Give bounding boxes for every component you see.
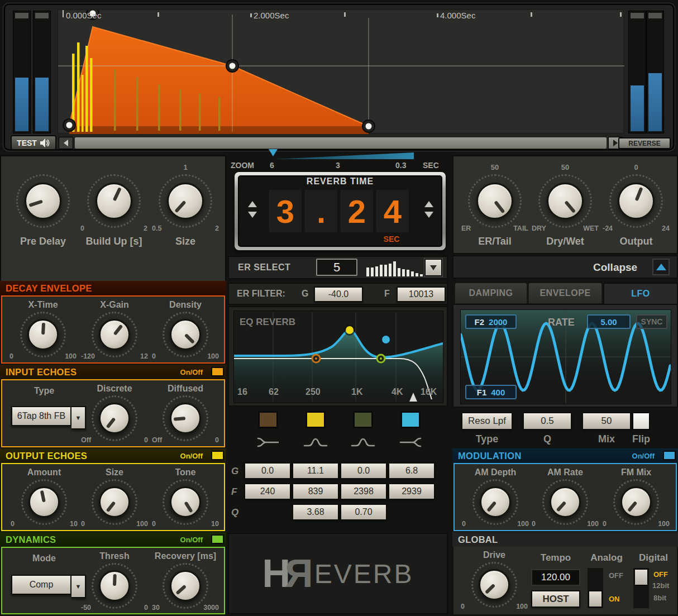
lfo-f2-box[interactable]: F22000 — [465, 314, 517, 329]
tab-envelope[interactable]: ENVELOPE — [528, 283, 602, 304]
band1-freq[interactable]: 240 — [244, 483, 291, 500]
arrow-down-icon[interactable] — [424, 212, 433, 218]
arrow-up-icon[interactable] — [424, 201, 433, 207]
zoom-slider-track[interactable] — [274, 152, 414, 159]
flip-checkbox[interactable] — [632, 412, 650, 430]
band3-gain[interactable]: 0.0 — [340, 462, 387, 479]
low-shelf-icon[interactable] — [256, 436, 280, 449]
zoom-slider-handle[interactable] — [269, 149, 278, 156]
band2-q[interactable]: 3.68 — [292, 504, 339, 521]
band3-color-swatch[interactable] — [353, 411, 373, 428]
band4-gain[interactable]: 6.8 — [388, 462, 435, 479]
er-filter-gain-value[interactable]: -40.0 — [314, 286, 363, 302]
knob-dial[interactable] — [27, 319, 59, 350]
eq-node-band2[interactable] — [344, 324, 355, 336]
er-tail-knob[interactable]: 50ERTAILER/Tail — [460, 164, 529, 249]
knob-dial[interactable] — [476, 183, 513, 219]
er-select-dropdown-button[interactable] — [424, 259, 442, 276]
knob-dial[interactable] — [479, 569, 510, 600]
reverb-time-digit-1[interactable]: 3 — [269, 190, 302, 232]
digital-12bit-label[interactable]: 12bit — [652, 581, 669, 590]
knob-dial[interactable] — [167, 183, 204, 219]
arrow-down-icon[interactable] — [248, 212, 257, 218]
input-type-dropdown[interactable]: 6Tap 8th FB ▼ — [11, 406, 86, 429]
pre-delay-knob[interactable]: Pre Delay — [8, 164, 78, 249]
knob-dial[interactable] — [550, 486, 581, 518]
knob-dial[interactable] — [618, 183, 655, 219]
output-knob[interactable]: 0-2424Output — [601, 164, 671, 249]
timeline-scrollbar[interactable] — [74, 137, 607, 149]
test-button[interactable]: TEST — [11, 135, 56, 150]
x-time-knob[interactable]: 0100X-Time — [8, 300, 78, 364]
tab-damping[interactable]: DAMPING — [455, 283, 527, 304]
knob-dial[interactable] — [170, 570, 201, 601]
size-knob[interactable]: 10.52Size — [151, 164, 220, 249]
fm-mix-knob[interactable]: 0100FM Mix — [601, 467, 671, 531]
eq-reverb-graph[interactable]: EQ REVERB 16 62 250 1K 4K 16K — [233, 311, 443, 403]
band3-q[interactable]: 0.70 — [340, 504, 387, 521]
arrow-up-icon[interactable] — [248, 201, 257, 207]
band3-freq[interactable]: 2398 — [340, 483, 387, 500]
modulation-toggle[interactable] — [663, 451, 676, 460]
knob-dial[interactable] — [96, 183, 132, 219]
density-knob[interactable]: 0100Density — [151, 300, 220, 364]
digital-off-label[interactable]: OFF — [653, 570, 668, 579]
knob-dial[interactable] — [25, 183, 61, 219]
build-up-knob[interactable]: 02Build Up [s] — [79, 164, 149, 249]
reverb-time-digit-2[interactable]: 2 — [341, 190, 373, 232]
thresh-knob[interactable]: -500Thresh — [80, 551, 149, 615]
knob-dial[interactable] — [170, 403, 201, 434]
dynamics-mode-dropdown[interactable]: Comp ▼ — [11, 575, 86, 598]
analog-off-label[interactable]: OFF — [609, 571, 623, 580]
band4-freq[interactable]: 2939 — [388, 483, 435, 500]
filter-mix-value[interactable]: 50 — [582, 412, 631, 430]
digital-8bit-label[interactable]: 8bit — [653, 594, 666, 602]
input-type-value[interactable]: 6Tap 8th FB — [11, 406, 71, 426]
input-echoes-toggle[interactable] — [211, 367, 224, 376]
knob-dial[interactable] — [99, 403, 130, 434]
eq-node-band4[interactable] — [380, 334, 391, 345]
knob-dial[interactable] — [28, 486, 60, 518]
knob-dial[interactable] — [170, 486, 201, 518]
envelope-handle-mid[interactable] — [226, 60, 238, 72]
tone-knob[interactable]: 010Tone — [151, 467, 220, 531]
knob-dial[interactable] — [99, 319, 130, 350]
lfo-graph[interactable]: F22000 RATE 5.00 SYNC F1400 — [460, 309, 671, 404]
meter-clip-indicator[interactable] — [15, 13, 28, 18]
reverb-envelope-graph[interactable]: 0.000Sec 2.000Sec 4.000Sec — [58, 9, 624, 133]
lfo-f1-box[interactable]: F1400 — [465, 385, 517, 399]
dynamics-toggle[interactable] — [211, 534, 224, 544]
band4-color-swatch[interactable] — [400, 411, 421, 428]
band1-gain[interactable]: 0.0 — [244, 462, 291, 479]
tab-lfo[interactable]: LFO — [603, 283, 678, 304]
eq-node-band1[interactable] — [312, 355, 320, 362]
reverb-time-spinner-left[interactable] — [248, 201, 257, 218]
knob-dial[interactable] — [480, 486, 511, 518]
knob-dial[interactable] — [547, 183, 584, 219]
analog-on-label[interactable]: ON — [609, 595, 620, 603]
knob-dial[interactable] — [99, 486, 130, 518]
band2-color-swatch[interactable] — [305, 411, 326, 428]
knob-dial[interactable] — [170, 319, 201, 350]
bell-icon[interactable] — [303, 436, 328, 449]
band1-color-swatch[interactable] — [258, 411, 278, 428]
tempo-display[interactable]: 120.00 — [531, 569, 580, 586]
lfo-rate-box[interactable]: 5.00 — [587, 314, 631, 329]
am-rate-knob[interactable]: 0100AM Rate — [531, 467, 600, 531]
meter-clip-indicator[interactable] — [631, 13, 644, 18]
bell-icon[interactable] — [351, 436, 375, 449]
am-depth-knob[interactable]: 0100AM Depth — [461, 467, 530, 531]
discrete-knob[interactable]: Off0Discrete — [80, 384, 149, 447]
er-filter-freq-value[interactable]: 10013 — [397, 286, 446, 302]
digital-switch-handle[interactable] — [634, 569, 648, 586]
collapse-button[interactable] — [652, 259, 670, 275]
reverb-time-spinner-right[interactable] — [424, 201, 433, 218]
knob-dial[interactable] — [620, 486, 652, 518]
recovery-knob[interactable]: 303000Recovery [ms] — [151, 551, 220, 615]
analog-switch-handle[interactable] — [588, 590, 603, 608]
size-out-knob[interactable]: 0100Size — [80, 467, 149, 531]
eq-node-band3[interactable] — [377, 355, 385, 362]
filter-type-button[interactable]: Reso Lpf — [461, 412, 513, 430]
diffused-knob[interactable]: Off0Diffused — [151, 384, 220, 447]
dry-wet-knob[interactable]: 50DRYWETDry/Wet — [531, 164, 600, 249]
